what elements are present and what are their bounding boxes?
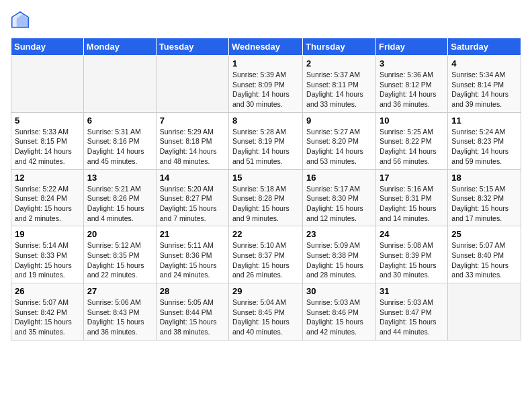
- day-header-sunday: Sunday: [11, 38, 84, 56]
- day-number: 19: [15, 229, 80, 239]
- day-cell-25: 25Sunrise: 5:07 AM Sunset: 8:40 PM Dayli…: [448, 226, 521, 283]
- day-cell-22: 22Sunrise: 5:10 AM Sunset: 8:37 PM Dayli…: [229, 226, 303, 283]
- day-number: 26: [15, 286, 80, 296]
- day-info: Sunrise: 5:10 AM Sunset: 8:37 PM Dayligh…: [232, 240, 299, 280]
- day-number: 14: [160, 173, 225, 183]
- day-cell-20: 20Sunrise: 5:12 AM Sunset: 8:35 PM Dayli…: [83, 226, 156, 283]
- day-number: 6: [87, 116, 152, 126]
- day-info: Sunrise: 5:03 AM Sunset: 8:46 PM Dayligh…: [306, 298, 372, 337]
- day-info: Sunrise: 5:28 AM Sunset: 8:19 PM Dayligh…: [232, 127, 299, 167]
- day-info: Sunrise: 5:37 AM Sunset: 8:11 PM Dayligh…: [306, 70, 372, 109]
- week-row-5: 26Sunrise: 5:07 AM Sunset: 8:42 PM Dayli…: [11, 283, 521, 340]
- empty-cell: [83, 56, 156, 113]
- day-number: 15: [232, 173, 299, 183]
- day-number: 22: [232, 229, 299, 239]
- day-number: 11: [451, 116, 517, 126]
- day-number: 5: [15, 116, 80, 126]
- logo-icon: [11, 11, 30, 30]
- day-number: 7: [160, 116, 225, 126]
- day-cell-23: 23Sunrise: 5:09 AM Sunset: 8:38 PM Dayli…: [303, 226, 376, 283]
- day-info: Sunrise: 5:20 AM Sunset: 8:27 PM Dayligh…: [160, 184, 225, 224]
- calendar-table: SundayMondayTuesdayWednesdayThursdayFrid…: [11, 38, 521, 340]
- day-cell-29: 29Sunrise: 5:04 AM Sunset: 8:45 PM Dayli…: [229, 283, 303, 340]
- day-info: Sunrise: 5:21 AM Sunset: 8:26 PM Dayligh…: [87, 184, 152, 224]
- empty-cell: [448, 283, 521, 340]
- day-number: 29: [232, 286, 299, 296]
- day-number: 24: [380, 229, 444, 239]
- day-number: 16: [306, 173, 372, 183]
- day-info: Sunrise: 5:34 AM Sunset: 8:14 PM Dayligh…: [451, 70, 517, 109]
- day-cell-14: 14Sunrise: 5:20 AM Sunset: 8:27 PM Dayli…: [156, 169, 228, 226]
- day-info: Sunrise: 5:31 AM Sunset: 8:16 PM Dayligh…: [87, 127, 152, 167]
- day-number: 1: [232, 58, 299, 68]
- day-info: Sunrise: 5:22 AM Sunset: 8:24 PM Dayligh…: [15, 184, 80, 224]
- day-cell-10: 10Sunrise: 5:25 AM Sunset: 8:22 PM Dayli…: [375, 112, 447, 169]
- day-cell-15: 15Sunrise: 5:18 AM Sunset: 8:28 PM Dayli…: [229, 169, 303, 226]
- day-cell-26: 26Sunrise: 5:07 AM Sunset: 8:42 PM Dayli…: [11, 283, 84, 340]
- day-info: Sunrise: 5:39 AM Sunset: 8:09 PM Dayligh…: [232, 70, 299, 109]
- day-header-tuesday: Tuesday: [156, 38, 228, 56]
- day-cell-8: 8Sunrise: 5:28 AM Sunset: 8:19 PM Daylig…: [229, 112, 303, 169]
- day-cell-24: 24Sunrise: 5:08 AM Sunset: 8:39 PM Dayli…: [375, 226, 447, 283]
- day-number: 23: [306, 229, 372, 239]
- day-number: 21: [160, 229, 225, 239]
- day-number: 17: [380, 173, 444, 183]
- day-number: 25: [451, 229, 517, 239]
- logo: [11, 11, 32, 30]
- day-info: Sunrise: 5:29 AM Sunset: 8:18 PM Dayligh…: [160, 127, 225, 167]
- empty-cell: [11, 56, 84, 113]
- empty-cell: [156, 56, 228, 113]
- day-number: 9: [306, 116, 372, 126]
- day-info: Sunrise: 5:36 AM Sunset: 8:12 PM Dayligh…: [380, 70, 444, 109]
- header: [11, 11, 521, 30]
- day-info: Sunrise: 5:16 AM Sunset: 8:31 PM Dayligh…: [380, 184, 444, 224]
- day-number: 2: [306, 58, 372, 68]
- week-row-2: 5Sunrise: 5:33 AM Sunset: 8:15 PM Daylig…: [11, 112, 521, 169]
- day-info: Sunrise: 5:09 AM Sunset: 8:38 PM Dayligh…: [306, 240, 372, 280]
- day-info: Sunrise: 5:33 AM Sunset: 8:15 PM Dayligh…: [15, 127, 80, 167]
- day-header-wednesday: Wednesday: [229, 38, 303, 56]
- day-cell-30: 30Sunrise: 5:03 AM Sunset: 8:46 PM Dayli…: [303, 283, 376, 340]
- day-cell-12: 12Sunrise: 5:22 AM Sunset: 8:24 PM Dayli…: [11, 169, 84, 226]
- day-info: Sunrise: 5:27 AM Sunset: 8:20 PM Dayligh…: [306, 127, 372, 167]
- day-cell-16: 16Sunrise: 5:17 AM Sunset: 8:30 PM Dayli…: [303, 169, 376, 226]
- day-cell-28: 28Sunrise: 5:05 AM Sunset: 8:44 PM Dayli…: [156, 283, 228, 340]
- day-header-saturday: Saturday: [448, 38, 521, 56]
- day-cell-4: 4Sunrise: 5:34 AM Sunset: 8:14 PM Daylig…: [448, 56, 521, 113]
- day-cell-9: 9Sunrise: 5:27 AM Sunset: 8:20 PM Daylig…: [303, 112, 376, 169]
- day-info: Sunrise: 5:04 AM Sunset: 8:45 PM Dayligh…: [232, 298, 299, 337]
- day-info: Sunrise: 5:05 AM Sunset: 8:44 PM Dayligh…: [160, 298, 225, 337]
- day-number: 18: [451, 173, 517, 183]
- day-info: Sunrise: 5:07 AM Sunset: 8:40 PM Dayligh…: [451, 240, 517, 280]
- day-number: 20: [87, 229, 152, 239]
- day-number: 12: [15, 173, 80, 183]
- day-info: Sunrise: 5:15 AM Sunset: 8:32 PM Dayligh…: [451, 184, 517, 224]
- day-info: Sunrise: 5:14 AM Sunset: 8:33 PM Dayligh…: [15, 240, 80, 280]
- day-number: 30: [306, 286, 372, 296]
- week-row-3: 12Sunrise: 5:22 AM Sunset: 8:24 PM Dayli…: [11, 169, 521, 226]
- day-cell-27: 27Sunrise: 5:06 AM Sunset: 8:43 PM Dayli…: [83, 283, 156, 340]
- day-info: Sunrise: 5:11 AM Sunset: 8:36 PM Dayligh…: [160, 240, 225, 280]
- day-info: Sunrise: 5:03 AM Sunset: 8:47 PM Dayligh…: [380, 298, 444, 337]
- day-number: 8: [232, 116, 299, 126]
- day-info: Sunrise: 5:07 AM Sunset: 8:42 PM Dayligh…: [15, 298, 80, 337]
- day-cell-5: 5Sunrise: 5:33 AM Sunset: 8:15 PM Daylig…: [11, 112, 84, 169]
- day-cell-31: 31Sunrise: 5:03 AM Sunset: 8:47 PM Dayli…: [375, 283, 447, 340]
- day-cell-6: 6Sunrise: 5:31 AM Sunset: 8:16 PM Daylig…: [83, 112, 156, 169]
- week-row-1: 1Sunrise: 5:39 AM Sunset: 8:09 PM Daylig…: [11, 56, 521, 113]
- day-info: Sunrise: 5:24 AM Sunset: 8:23 PM Dayligh…: [451, 127, 517, 167]
- day-cell-1: 1Sunrise: 5:39 AM Sunset: 8:09 PM Daylig…: [229, 56, 303, 113]
- day-number: 31: [380, 286, 444, 296]
- day-cell-3: 3Sunrise: 5:36 AM Sunset: 8:12 PM Daylig…: [375, 56, 447, 113]
- day-cell-11: 11Sunrise: 5:24 AM Sunset: 8:23 PM Dayli…: [448, 112, 521, 169]
- day-cell-7: 7Sunrise: 5:29 AM Sunset: 8:18 PM Daylig…: [156, 112, 228, 169]
- day-header-monday: Monday: [83, 38, 156, 56]
- day-cell-2: 2Sunrise: 5:37 AM Sunset: 8:11 PM Daylig…: [303, 56, 376, 113]
- week-row-4: 19Sunrise: 5:14 AM Sunset: 8:33 PM Dayli…: [11, 226, 521, 283]
- day-number: 13: [87, 173, 152, 183]
- day-header-thursday: Thursday: [303, 38, 376, 56]
- day-info: Sunrise: 5:12 AM Sunset: 8:35 PM Dayligh…: [87, 240, 152, 280]
- day-cell-17: 17Sunrise: 5:16 AM Sunset: 8:31 PM Dayli…: [375, 169, 447, 226]
- day-info: Sunrise: 5:18 AM Sunset: 8:28 PM Dayligh…: [232, 184, 299, 224]
- day-number: 4: [451, 58, 517, 68]
